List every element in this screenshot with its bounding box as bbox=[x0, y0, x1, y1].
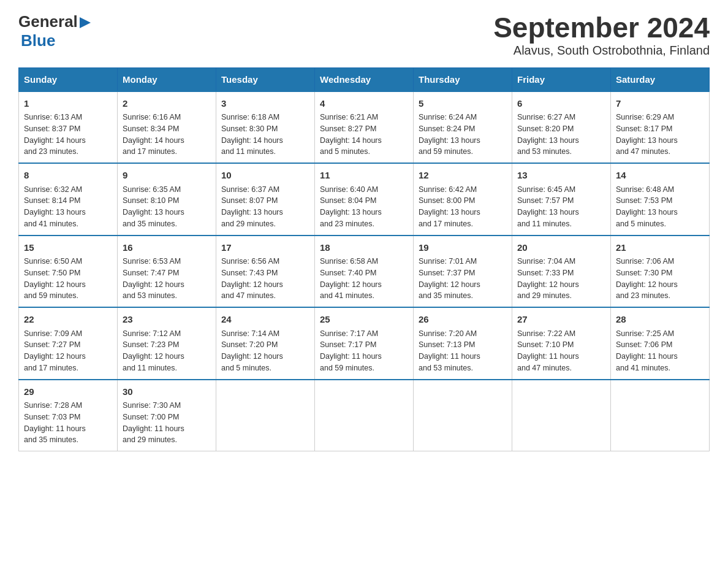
day-info: Sunrise: 7:01 AMSunset: 7:37 PMDaylight:… bbox=[419, 256, 507, 302]
calendar-title: September 2024 bbox=[493, 12, 710, 44]
day-info: Sunrise: 6:35 AMSunset: 8:10 PMDaylight:… bbox=[123, 184, 211, 230]
day-number: 12 bbox=[419, 169, 507, 183]
calendar-cell: 20Sunrise: 7:04 AMSunset: 7:33 PMDayligh… bbox=[512, 236, 611, 308]
calendar-cell: 11Sunrise: 6:40 AMSunset: 8:04 PMDayligh… bbox=[315, 163, 414, 236]
page-header: General Blue September 2024 Alavus, Sout… bbox=[18, 12, 710, 58]
calendar-cell: 9Sunrise: 6:35 AMSunset: 8:10 PMDaylight… bbox=[118, 163, 216, 236]
day-number: 5 bbox=[419, 97, 507, 111]
day-number: 17 bbox=[221, 241, 309, 255]
calendar-cell: 7Sunrise: 6:29 AMSunset: 8:17 PMDaylight… bbox=[611, 91, 710, 164]
calendar-cell: 23Sunrise: 7:12 AMSunset: 7:23 PMDayligh… bbox=[118, 307, 216, 380]
day-number: 21 bbox=[616, 241, 704, 255]
calendar-cell: 14Sunrise: 6:48 AMSunset: 7:53 PMDayligh… bbox=[611, 163, 710, 236]
calendar-cell: 12Sunrise: 6:42 AMSunset: 8:00 PMDayligh… bbox=[414, 163, 512, 236]
calendar-cell: 27Sunrise: 7:22 AMSunset: 7:10 PMDayligh… bbox=[512, 307, 611, 380]
calendar-cell: 13Sunrise: 6:45 AMSunset: 7:57 PMDayligh… bbox=[512, 163, 611, 236]
calendar-cell: 22Sunrise: 7:09 AMSunset: 7:27 PMDayligh… bbox=[19, 307, 118, 380]
day-number: 23 bbox=[123, 313, 211, 327]
day-info: Sunrise: 7:28 AMSunset: 7:03 PMDaylight:… bbox=[24, 400, 112, 446]
day-number: 15 bbox=[24, 241, 112, 255]
day-info: Sunrise: 6:21 AMSunset: 8:27 PMDaylight:… bbox=[320, 112, 408, 158]
calendar-week-row: 1Sunrise: 6:13 AMSunset: 8:37 PMDaylight… bbox=[19, 91, 710, 164]
day-info: Sunrise: 6:50 AMSunset: 7:50 PMDaylight:… bbox=[24, 256, 112, 302]
calendar-cell: 6Sunrise: 6:27 AMSunset: 8:20 PMDaylight… bbox=[512, 91, 611, 164]
day-number: 25 bbox=[320, 313, 408, 327]
day-number: 30 bbox=[123, 385, 211, 399]
day-info: Sunrise: 7:04 AMSunset: 7:33 PMDaylight:… bbox=[517, 256, 605, 302]
calendar-day-header: Wednesday bbox=[315, 67, 414, 91]
day-info: Sunrise: 6:56 AMSunset: 7:43 PMDaylight:… bbox=[221, 256, 309, 302]
calendar-cell: 18Sunrise: 6:58 AMSunset: 7:40 PMDayligh… bbox=[315, 236, 414, 308]
calendar-cell: 10Sunrise: 6:37 AMSunset: 8:07 PMDayligh… bbox=[216, 163, 315, 236]
calendar-cell: 16Sunrise: 6:53 AMSunset: 7:47 PMDayligh… bbox=[118, 236, 216, 308]
calendar-week-row: 8Sunrise: 6:32 AMSunset: 8:14 PMDaylight… bbox=[19, 163, 710, 236]
calendar-cell bbox=[414, 380, 512, 451]
calendar-cell: 15Sunrise: 6:50 AMSunset: 7:50 PMDayligh… bbox=[19, 236, 118, 308]
svg-marker-0 bbox=[80, 17, 91, 28]
day-info: Sunrise: 6:37 AMSunset: 8:07 PMDaylight:… bbox=[221, 184, 309, 230]
calendar-day-header: Friday bbox=[512, 67, 611, 91]
calendar-cell bbox=[611, 380, 710, 451]
calendar-day-header: Thursday bbox=[414, 67, 512, 91]
day-info: Sunrise: 7:30 AMSunset: 7:00 PMDaylight:… bbox=[123, 400, 211, 446]
day-number: 18 bbox=[320, 241, 408, 255]
day-info: Sunrise: 7:25 AMSunset: 7:06 PMDaylight:… bbox=[616, 328, 704, 374]
day-info: Sunrise: 6:42 AMSunset: 8:00 PMDaylight:… bbox=[419, 184, 507, 230]
title-block: September 2024 Alavus, South Ostrobothni… bbox=[493, 12, 710, 58]
calendar-cell: 29Sunrise: 7:28 AMSunset: 7:03 PMDayligh… bbox=[19, 380, 118, 451]
day-number: 9 bbox=[123, 169, 211, 183]
day-number: 29 bbox=[24, 385, 112, 399]
calendar-subtitle: Alavus, South Ostrobothnia, Finland bbox=[493, 44, 710, 58]
calendar-cell: 2Sunrise: 6:16 AMSunset: 8:34 PMDaylight… bbox=[118, 91, 216, 164]
calendar-cell: 19Sunrise: 7:01 AMSunset: 7:37 PMDayligh… bbox=[414, 236, 512, 308]
calendar-header-row: SundayMondayTuesdayWednesdayThursdayFrid… bbox=[19, 67, 710, 91]
day-info: Sunrise: 6:45 AMSunset: 7:57 PMDaylight:… bbox=[517, 184, 605, 230]
calendar-cell bbox=[216, 380, 315, 451]
day-number: 24 bbox=[221, 313, 309, 327]
calendar-cell: 21Sunrise: 7:06 AMSunset: 7:30 PMDayligh… bbox=[611, 236, 710, 308]
calendar-day-header: Saturday bbox=[611, 67, 710, 91]
day-number: 4 bbox=[320, 97, 408, 111]
day-number: 13 bbox=[517, 169, 605, 183]
day-info: Sunrise: 6:58 AMSunset: 7:40 PMDaylight:… bbox=[320, 256, 408, 302]
day-number: 6 bbox=[517, 97, 605, 111]
calendar-week-row: 29Sunrise: 7:28 AMSunset: 7:03 PMDayligh… bbox=[19, 380, 710, 451]
calendar-cell: 28Sunrise: 7:25 AMSunset: 7:06 PMDayligh… bbox=[611, 307, 710, 380]
day-info: Sunrise: 7:14 AMSunset: 7:20 PMDaylight:… bbox=[221, 328, 309, 374]
day-info: Sunrise: 6:13 AMSunset: 8:37 PMDaylight:… bbox=[24, 112, 112, 158]
logo-general-text: General bbox=[18, 12, 78, 31]
calendar-cell: 4Sunrise: 6:21 AMSunset: 8:27 PMDaylight… bbox=[315, 91, 414, 164]
logo-blue-text: Blue bbox=[21, 31, 55, 50]
day-info: Sunrise: 6:32 AMSunset: 8:14 PMDaylight:… bbox=[24, 184, 112, 230]
day-number: 20 bbox=[517, 241, 605, 255]
day-number: 19 bbox=[419, 241, 507, 255]
day-number: 26 bbox=[419, 313, 507, 327]
calendar-cell: 26Sunrise: 7:20 AMSunset: 7:13 PMDayligh… bbox=[414, 307, 512, 380]
calendar-table: SundayMondayTuesdayWednesdayThursdayFrid… bbox=[18, 67, 710, 452]
day-info: Sunrise: 6:27 AMSunset: 8:20 PMDaylight:… bbox=[517, 112, 605, 158]
calendar-cell bbox=[512, 380, 611, 451]
calendar-cell bbox=[315, 380, 414, 451]
calendar-cell: 3Sunrise: 6:18 AMSunset: 8:30 PMDaylight… bbox=[216, 91, 315, 164]
day-info: Sunrise: 7:12 AMSunset: 7:23 PMDaylight:… bbox=[123, 328, 211, 374]
day-info: Sunrise: 6:48 AMSunset: 7:53 PMDaylight:… bbox=[616, 184, 704, 230]
day-info: Sunrise: 7:22 AMSunset: 7:10 PMDaylight:… bbox=[517, 328, 605, 374]
calendar-week-row: 22Sunrise: 7:09 AMSunset: 7:27 PMDayligh… bbox=[19, 307, 710, 380]
day-number: 16 bbox=[123, 241, 211, 255]
day-number: 28 bbox=[616, 313, 704, 327]
day-number: 11 bbox=[320, 169, 408, 183]
day-number: 27 bbox=[517, 313, 605, 327]
day-number: 22 bbox=[24, 313, 112, 327]
day-info: Sunrise: 6:18 AMSunset: 8:30 PMDaylight:… bbox=[221, 112, 309, 158]
calendar-cell: 25Sunrise: 7:17 AMSunset: 7:17 PMDayligh… bbox=[315, 307, 414, 380]
calendar-day-header: Tuesday bbox=[216, 67, 315, 91]
calendar-cell: 30Sunrise: 7:30 AMSunset: 7:00 PMDayligh… bbox=[118, 380, 216, 451]
calendar-cell: 5Sunrise: 6:24 AMSunset: 8:24 PMDaylight… bbox=[414, 91, 512, 164]
calendar-cell: 1Sunrise: 6:13 AMSunset: 8:37 PMDaylight… bbox=[19, 91, 118, 164]
day-info: Sunrise: 7:17 AMSunset: 7:17 PMDaylight:… bbox=[320, 328, 408, 374]
day-number: 10 bbox=[221, 169, 309, 183]
logo-arrow-icon bbox=[78, 16, 92, 29]
day-number: 8 bbox=[24, 169, 112, 183]
day-number: 14 bbox=[616, 169, 704, 183]
day-info: Sunrise: 6:40 AMSunset: 8:04 PMDaylight:… bbox=[320, 184, 408, 230]
